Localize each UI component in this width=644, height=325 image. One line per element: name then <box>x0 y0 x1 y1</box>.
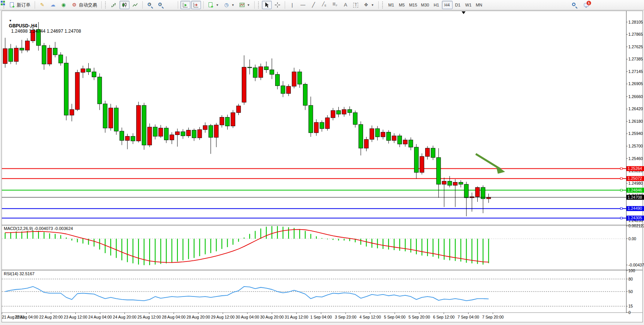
price-line-label-text: 1.25264 <box>628 166 642 171</box>
zoom-in-button[interactable]: + <box>145 1 155 9</box>
date-label: 22 Aug 04:00 <box>15 315 38 319</box>
date-label: 5 Sep 20:00 <box>408 315 430 319</box>
search-button[interactable] <box>569 1 579 9</box>
candle <box>259 67 263 78</box>
tile-windows-icon <box>1 1 5 5</box>
candle <box>292 72 296 86</box>
macd-axis-label: 0.00 <box>628 236 636 241</box>
candle <box>125 136 129 141</box>
line-handle[interactable] <box>620 189 622 191</box>
candle <box>375 128 379 137</box>
arrows-button[interactable]: ❖ ▼ <box>361 1 376 9</box>
price-line-label-text: 1.24305 <box>628 216 642 220</box>
auto-trading-button[interactable]: ⚙ 自动交易 <box>69 1 99 9</box>
line-chart-button[interactable] <box>130 1 140 9</box>
search-icon <box>571 2 577 8</box>
crosshair-button[interactable] <box>273 1 282 9</box>
candle <box>431 148 435 157</box>
candle <box>298 72 302 84</box>
tile-windows-button[interactable] <box>166 1 175 9</box>
candle <box>342 109 346 114</box>
fibonacci-button[interactable]: ≣F <box>330 1 340 9</box>
templates-button[interactable]: ▼ <box>237 1 252 9</box>
marker-icon: ✎ <box>39 2 45 8</box>
candle <box>420 157 424 173</box>
timeframe-button-d1[interactable]: D1 <box>453 1 463 9</box>
trendline-button[interactable]: ╱ <box>309 1 319 9</box>
candle <box>214 125 218 138</box>
line-handle[interactable] <box>620 178 622 179</box>
profiles-button[interactable]: ☁ <box>48 1 58 9</box>
timeframe-button-h1[interactable]: H1 <box>431 1 442 9</box>
candle <box>25 41 29 50</box>
profiles-icon: ☁ <box>50 2 56 8</box>
zoom-out-button[interactable]: − <box>156 1 166 9</box>
arrows-icon: ❖ <box>363 2 369 8</box>
new-order-button[interactable]: + 新订单 <box>7 1 32 9</box>
timeframe-button-h4[interactable]: H4 <box>442 1 453 9</box>
text-label-button[interactable]: T <box>351 1 360 9</box>
candle <box>253 68 257 78</box>
candle <box>142 105 146 145</box>
timeframe-button-m5[interactable]: M5 <box>397 1 407 9</box>
timeframe-button-m1[interactable]: M1 <box>386 1 397 9</box>
candle <box>175 132 180 135</box>
candle <box>275 75 279 86</box>
chart-menu-icon[interactable]: ▼ <box>9 19 12 22</box>
date-label: 24 Aug 04:00 <box>88 315 112 319</box>
price-tick-label: 1.25940 <box>628 131 643 136</box>
text-button[interactable]: A <box>341 1 351 9</box>
candle <box>114 108 118 131</box>
candle <box>381 132 385 137</box>
line-handle[interactable] <box>620 217 622 219</box>
date-label: 7 Sep 04:00 <box>457 315 479 319</box>
text-icon: A <box>343 2 349 8</box>
price-tick-label: 1.25700 <box>628 144 643 148</box>
zoom-out-icon: − <box>158 2 164 8</box>
candle <box>20 48 24 50</box>
bar-chart-button[interactable] <box>109 1 119 9</box>
timeframe-button-w1[interactable]: W1 <box>463 1 474 9</box>
timeframe-button-m15[interactable]: M15 <box>407 1 419 9</box>
indicators-button[interactable]: + ▼ <box>206 1 221 9</box>
cursor-icon <box>264 2 270 8</box>
cursor-button[interactable] <box>262 1 272 9</box>
chart-shift-button[interactable] <box>191 1 201 9</box>
line-handle[interactable] <box>620 208 622 209</box>
zoom-in-icon: + <box>147 2 153 8</box>
candle <box>70 109 74 115</box>
horizontal-line-icon: — <box>300 2 306 8</box>
candle <box>386 132 391 141</box>
line-handle[interactable] <box>620 168 622 170</box>
auto-scroll-button[interactable] <box>180 1 190 9</box>
candle <box>198 130 202 138</box>
macd-label: MACD(12,26,9) -0.004073 -0.003624 <box>4 226 73 231</box>
timeframe-button-mn[interactable]: MN <box>474 1 485 9</box>
date-label: 25 Aug 12:00 <box>137 315 161 319</box>
marker-button[interactable]: ✎ <box>37 1 47 9</box>
timeframe-button-m30[interactable]: M30 <box>419 1 431 9</box>
candle <box>459 182 463 184</box>
candlestick-button[interactable] <box>120 1 129 9</box>
chart-frame <box>2 11 643 322</box>
candle <box>75 72 80 109</box>
candle <box>187 130 191 136</box>
channel-button[interactable]: ╱E <box>319 1 329 9</box>
price-tick-label: 1.25460 <box>628 156 643 161</box>
notifications-button[interactable]: 1 <box>582 1 591 9</box>
chart-window: 1.281051.278651.276251.273851.271451.269… <box>0 11 644 325</box>
date-label: 30 Aug 20:00 <box>260 315 284 319</box>
channel-icon: ╱E <box>321 1 327 9</box>
signal-button[interactable]: ◉ <box>59 1 69 9</box>
chat-icon: 1 <box>583 2 590 8</box>
date-label: 28 Aug 20:00 <box>187 315 210 319</box>
candle <box>225 117 230 126</box>
chart-area[interactable]: 1.281051.278651.276251.273851.271451.269… <box>0 11 644 325</box>
vertical-line-button[interactable]: | <box>287 1 297 9</box>
price-tick-label: 1.26905 <box>628 81 643 86</box>
rsi-label: RSI(14) 32.5167 <box>4 271 35 276</box>
horizontal-line-button[interactable]: — <box>298 1 308 9</box>
price-tick-label: 1.27145 <box>628 69 643 74</box>
rsi-axis-label: 50 <box>628 289 633 294</box>
periods-button[interactable]: ◷ ▼ <box>222 1 236 9</box>
